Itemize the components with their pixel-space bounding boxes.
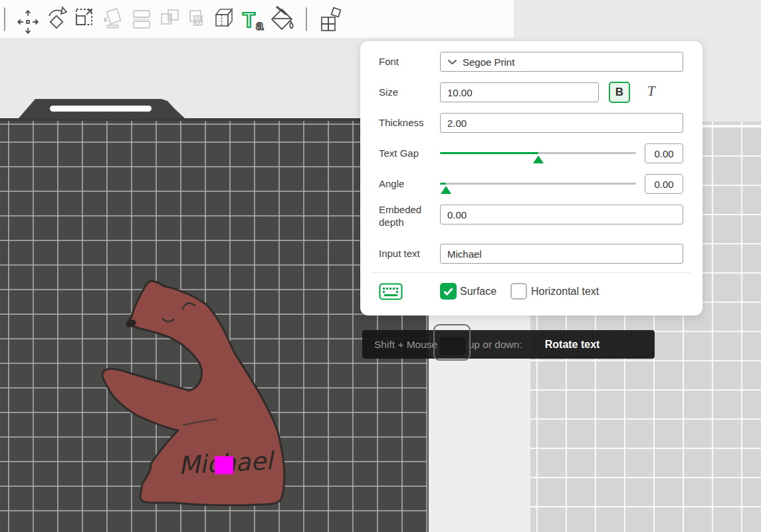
rotate-tool-button[interactable]	[43, 5, 70, 34]
text-gap-label: Text Gap	[379, 147, 419, 159]
color-paint-tool-button[interactable]	[269, 5, 296, 34]
angle-slider-thumb[interactable]	[441, 186, 451, 194]
toolbar-divider	[4, 7, 5, 31]
rotate-text-gizmo[interactable]	[433, 324, 471, 361]
keyboard-icon[interactable]	[379, 283, 403, 300]
surface-checkbox[interactable]	[440, 283, 457, 300]
size-input[interactable]: 10.00	[440, 82, 599, 102]
toolbar-divider	[306, 7, 307, 31]
font-value: Segoe Print	[463, 56, 514, 68]
assembly-tool-button[interactable]	[316, 5, 343, 34]
text-gap-slider[interactable]	[440, 152, 636, 154]
angle-value-box[interactable]: 0.00	[645, 174, 683, 194]
tooltip-action: Rotate text	[545, 339, 600, 351]
rotate-text-gizmo-icon	[439, 337, 466, 355]
tooltip: Shift + Mouse move up or down: Rotate te…	[362, 330, 655, 359]
scale-tool-button[interactable]	[71, 5, 98, 34]
input-text-field[interactable]: Michael	[440, 244, 683, 264]
text-gap-slider-thumb[interactable]	[533, 155, 544, 163]
size-value: 10.00	[447, 87, 473, 98]
thickness-value: 2.00	[447, 118, 467, 129]
embeded-depth-input[interactable]: 0.00	[440, 205, 683, 224]
text-gap-value-box[interactable]: 0.00	[645, 143, 683, 163]
text-tool-T-glyph: T	[243, 9, 255, 32]
check-icon	[443, 288, 453, 296]
move-tool-button[interactable]	[15, 5, 41, 34]
thickness-input[interactable]: 2.00	[440, 113, 683, 133]
italic-button[interactable]: T	[647, 83, 655, 100]
font-label: Font	[379, 56, 399, 67]
horizontal-text-checkbox[interactable]	[510, 283, 527, 300]
plate-handle	[12, 98, 191, 119]
toolbar: T a	[0, 0, 514, 38]
size-label: Size	[379, 86, 398, 98]
chevron-down-icon	[447, 59, 457, 65]
lay-on-face-tool-button[interactable]	[100, 5, 127, 34]
cut-tool-button[interactable]	[211, 5, 237, 34]
text-tool-button[interactable]: T a	[240, 5, 267, 34]
bold-button[interactable]: B	[609, 82, 630, 103]
panel-divider	[372, 272, 691, 273]
thickness-label: Thickness	[379, 117, 424, 128]
viewport: Michael	[0, 0, 761, 532]
embeded-depth-value: 0.00	[447, 209, 467, 221]
horizontal-text-label: Horizontal text	[531, 286, 599, 298]
angle-slider[interactable]	[440, 183, 636, 185]
input-text-value: Michael	[447, 248, 482, 260]
surface-label: Surface	[460, 286, 496, 298]
text-cursor	[215, 456, 233, 474]
text-gap-slider-fill	[440, 152, 538, 154]
mesh-boolean-tool-button[interactable]	[184, 5, 211, 34]
split-to-objects-tool-button[interactable]	[128, 5, 155, 34]
text-tool-panel: Font Segoe Print Size 10.00 B T Thicknes…	[360, 41, 703, 315]
font-dropdown[interactable]: Segoe Print	[440, 52, 683, 72]
angle-label: Angle	[379, 178, 404, 189]
bear-model[interactable]: Michael	[74, 279, 294, 532]
split-to-parts-tool-button[interactable]	[157, 5, 183, 34]
angle-slider-fill	[440, 183, 446, 185]
embeded-depth-label: Embeded depth	[379, 203, 433, 228]
text-tool-a-glyph: a	[256, 18, 264, 33]
input-text-label: Input text	[379, 248, 420, 259]
